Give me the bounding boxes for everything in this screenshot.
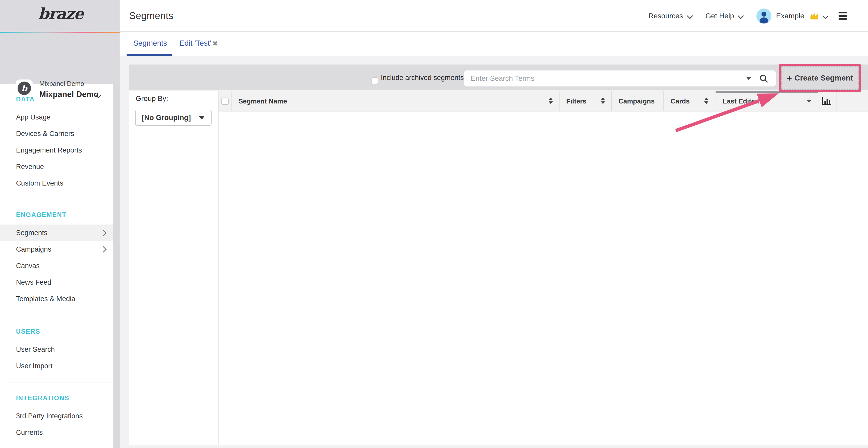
plus-icon: +	[787, 74, 792, 82]
sidebar-item-news-feed[interactable]: News Feed	[0, 274, 113, 290]
sidebar-item-custom-events[interactable]: Custom Events	[0, 175, 113, 192]
sidebar-item-canvas[interactable]: Canvas	[0, 257, 113, 274]
last-edited-dropdown-caret-icon[interactable]	[807, 100, 812, 103]
column-header-last-edited[interactable]: Last Edited	[723, 91, 759, 111]
column-header-segment-name[interactable]: Segment Name	[239, 91, 287, 111]
search-icon[interactable]	[760, 74, 768, 85]
close-icon[interactable]: ✖	[212, 32, 218, 54]
sidebar-item-revenue[interactable]: Revenue	[0, 159, 113, 175]
user-avatar[interactable]	[756, 8, 771, 24]
sidebar-item-templates-media[interactable]: Templates & Media	[0, 290, 113, 307]
resources-menu[interactable]: Resources	[648, 12, 683, 20]
sidebar-scrollbar-track[interactable]	[113, 84, 120, 448]
crown-icon	[809, 12, 819, 20]
sidebar-logo-header: braze	[0, 0, 120, 32]
include-archived-label: Include archived segments	[381, 65, 464, 90]
sidebar-item-user-search[interactable]: User Search	[0, 341, 113, 358]
search-dropdown-caret-icon[interactable]	[746, 77, 751, 80]
column-divider	[611, 91, 612, 111]
sidebar-item-label: Segments	[16, 229, 48, 237]
sidebar-item-user-import[interactable]: User Import	[0, 358, 113, 374]
column-divider	[818, 91, 818, 111]
get-help-menu[interactable]: Get Help	[706, 12, 734, 20]
active-tab-underline	[127, 54, 172, 56]
column-divider	[716, 91, 716, 111]
segments-table-header	[218, 91, 868, 111]
sidebar-item-campaigns[interactable]: Campaigns	[0, 241, 113, 257]
braze-logo: braze	[21, 5, 101, 23]
chevron-right-icon	[100, 246, 106, 252]
sidebar-divider	[9, 382, 110, 382]
tab-segments[interactable]: Segments	[133, 32, 167, 54]
group-by-value: [No Grouping]	[135, 113, 199, 122]
top-nav: Resources Get Help Example	[648, 0, 847, 32]
column-divider	[857, 91, 857, 111]
sidebar-section-integrations: INTEGRATIONS 3rd Party Integrations Curr…	[0, 392, 113, 441]
hamburger-menu-icon[interactable]	[839, 12, 847, 20]
sort-icon[interactable]	[601, 98, 605, 104]
bar-chart-icon[interactable]	[822, 97, 832, 107]
chevron-right-icon	[100, 230, 106, 236]
sidebar-divider	[9, 198, 110, 198]
column-divider	[559, 91, 560, 111]
sidebar-item-label: Campaigns	[16, 245, 52, 253]
column-header-campaigns[interactable]: Campaigns	[618, 91, 655, 111]
include-archived-checkbox[interactable]	[371, 77, 378, 84]
braze-dashboard: braze b Mixpanel Demo Mixpanel Demo DATA…	[0, 0, 868, 448]
segments-table-body	[218, 111, 868, 445]
page-title: Segments	[129, 0, 173, 32]
chevron-down-icon	[738, 13, 744, 19]
sort-icon[interactable]	[704, 98, 708, 104]
tab-bar	[120, 32, 868, 56]
sidebar-divider	[9, 313, 110, 313]
sidebar-section-engagement: ENGAGEMENT Segments Campaigns Canvas New…	[0, 209, 113, 307]
column-divider	[663, 91, 664, 111]
braze-b-mark-icon: b	[18, 81, 31, 95]
sort-icon[interactable]	[549, 98, 553, 104]
sidebar-section-data: DATA App Usage Devices & Carriers Engage…	[0, 94, 113, 192]
column-header-filters[interactable]: Filters	[566, 91, 586, 111]
section-title-engagement: ENGAGEMENT	[16, 209, 113, 220]
table-border	[218, 91, 219, 111]
column-divider	[836, 91, 836, 111]
sidebar-item-engagement-reports[interactable]: Engagement Reports	[0, 142, 113, 159]
chevron-down-icon	[823, 13, 829, 19]
chevron-down-icon	[199, 116, 205, 119]
sidebar-item-3rd-party-integrations[interactable]: 3rd Party Integrations	[0, 408, 113, 424]
tab-edit-test[interactable]: Edit 'Test'	[180, 32, 211, 54]
column-header-cards[interactable]: Cards	[671, 91, 690, 111]
section-title-data: DATA	[16, 94, 113, 105]
search-input[interactable]	[464, 70, 776, 87]
sidebar-item-devices-carriers[interactable]: Devices & Carriers	[0, 126, 113, 142]
create-segment-label: Create Segment	[795, 74, 853, 82]
user-name[interactable]: Example	[776, 12, 804, 20]
sidebar-item-segments[interactable]: Segments	[0, 225, 113, 241]
group-by-select[interactable]: [No Grouping]	[135, 110, 212, 126]
column-divider	[231, 91, 232, 111]
workspace-company-label: Mixpanel Demo	[39, 80, 84, 88]
section-title-integrations: INTEGRATIONS	[16, 392, 113, 404]
chevron-down-icon	[687, 13, 693, 19]
group-by-panel	[129, 91, 218, 445]
workspace-switcher[interactable]: b Mixpanel Demo Mixpanel Demo	[0, 33, 120, 84]
sidebar-item-currents[interactable]: Currents	[0, 424, 113, 441]
group-by-label: Group By:	[135, 95, 168, 103]
section-title-users: USERS	[16, 326, 113, 337]
sidebar-item-app-usage[interactable]: App Usage	[0, 109, 113, 126]
sidebar-section-users: USERS User Search User Import	[0, 326, 113, 374]
create-segment-button[interactable]: + Create Segment	[781, 66, 859, 90]
select-all-checkbox[interactable]	[221, 98, 228, 105]
